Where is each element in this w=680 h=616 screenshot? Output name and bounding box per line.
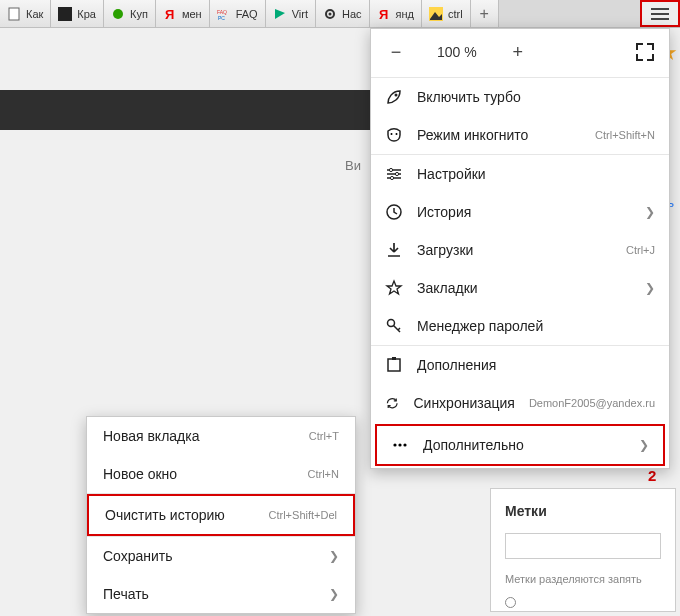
tags-card: Метки Метки разделяются запять xyxy=(490,488,676,612)
svg-point-2 xyxy=(113,9,123,19)
chevron-right-icon: ❯ xyxy=(329,549,339,563)
fullscreen-icon xyxy=(635,42,655,62)
tab-8[interactable]: ctrl xyxy=(422,0,471,27)
submenu-new-tab[interactable]: Новая вкладка Ctrl+T xyxy=(87,417,355,455)
tab-label: FAQ xyxy=(236,8,258,20)
tab-label: мен xyxy=(182,8,202,20)
chevron-right-icon: ❯ xyxy=(639,438,649,452)
tab-4[interactable]: FAQPC FAQ xyxy=(210,0,266,27)
menu-label: Дополнения xyxy=(417,357,655,373)
menu-addons[interactable]: Дополнения xyxy=(371,346,669,384)
tab-7[interactable]: Я янд xyxy=(370,0,422,27)
tab-label: Нас xyxy=(342,8,362,20)
menu-button[interactable] xyxy=(640,0,680,27)
svg-rect-0 xyxy=(9,8,19,20)
tab-label: Куп xyxy=(130,8,148,20)
sliders-icon xyxy=(385,165,403,183)
main-menu-panel: − 100 % + Включить турбо Режим инкогнито… xyxy=(370,28,670,469)
tags-input[interactable] xyxy=(505,533,661,559)
svg-rect-24 xyxy=(392,357,396,360)
menu-label: Менеджер паролей xyxy=(417,318,655,334)
menu-label: Дополнительно xyxy=(423,437,625,453)
submenu-label: Печать xyxy=(103,586,329,602)
svg-text:Я: Я xyxy=(379,7,388,21)
svg-point-25 xyxy=(393,443,396,446)
svg-text:PC: PC xyxy=(218,15,225,21)
fullscreen-button[interactable] xyxy=(635,42,655,62)
submenu-label: Сохранить xyxy=(103,548,329,564)
dots-icon xyxy=(391,436,409,454)
zoom-out-button[interactable]: − xyxy=(385,41,407,63)
menu-label: Загрузки xyxy=(417,242,612,258)
clock-icon xyxy=(385,203,403,221)
menu-more[interactable]: Дополнительно ❯ xyxy=(375,424,665,466)
menu-settings[interactable]: Настройки xyxy=(371,155,669,193)
submenu-panel: Новая вкладка Ctrl+T Новое окно Ctrl+N О… xyxy=(86,416,356,614)
star-icon xyxy=(385,279,403,297)
zoom-row: − 100 % + xyxy=(371,29,669,77)
tab-label: Virt xyxy=(292,8,308,20)
submenu-print[interactable]: Печать ❯ xyxy=(87,575,355,613)
page-fragment-vi: Ви xyxy=(345,158,361,173)
tab-2[interactable]: Куп xyxy=(104,0,156,27)
tab-5[interactable]: Virt xyxy=(266,0,316,27)
green-dot-icon xyxy=(111,7,125,21)
svg-rect-1 xyxy=(58,7,72,21)
mask-icon xyxy=(385,126,403,144)
puzzle-icon xyxy=(385,356,403,374)
tags-radio[interactable] xyxy=(505,597,661,608)
virt-icon xyxy=(273,7,287,21)
tab-1[interactable]: Кра xyxy=(51,0,104,27)
svg-text:Я: Я xyxy=(165,7,174,21)
menu-label: Режим инкогнито xyxy=(417,127,581,143)
svg-rect-23 xyxy=(388,359,400,371)
dark-icon xyxy=(58,7,72,21)
svg-point-19 xyxy=(395,172,398,175)
yandex-icon: Я xyxy=(163,7,177,21)
menu-passwords[interactable]: Менеджер паролей xyxy=(371,307,669,345)
menu-downloads[interactable]: Загрузки Ctrl+J xyxy=(371,231,669,269)
tab-0[interactable]: Как xyxy=(0,0,51,27)
menu-incognito[interactable]: Режим инкогнито Ctrl+Shift+N xyxy=(371,116,669,154)
submenu-label: Новая вкладка xyxy=(103,428,309,444)
svg-rect-14 xyxy=(651,18,669,20)
menu-sync[interactable]: Синхронизация DemonF2005@yandex.ru xyxy=(371,384,669,422)
chevron-right-icon: ❯ xyxy=(645,205,655,219)
chevron-right-icon: ❯ xyxy=(645,281,655,295)
page-icon xyxy=(7,7,21,21)
tab-strip: Как Кра Куп Я мен FAQPC FAQ Virt Нас Я я… xyxy=(0,0,680,28)
svg-point-17 xyxy=(396,133,398,135)
submenu-label: Новое окно xyxy=(103,466,308,482)
chevron-right-icon: ❯ xyxy=(329,587,339,601)
menu-turbo[interactable]: Включить турбо xyxy=(371,78,669,116)
svg-rect-12 xyxy=(651,8,669,10)
tab-3[interactable]: Я мен xyxy=(156,0,210,27)
download-icon xyxy=(385,241,403,259)
svg-point-20 xyxy=(390,176,393,179)
radio-icon xyxy=(505,597,516,608)
rocket-icon xyxy=(385,88,403,106)
submenu-label: Очистить историю xyxy=(105,507,269,523)
menu-bookmarks[interactable]: Закладки ❯ xyxy=(371,269,669,307)
svg-rect-13 xyxy=(651,13,669,15)
tags-title: Метки xyxy=(505,503,661,519)
sync-icon xyxy=(385,394,399,412)
menu-label: Включить турбо xyxy=(417,89,655,105)
tab-label: ctrl xyxy=(448,8,463,20)
submenu-new-window[interactable]: Новое окно Ctrl+N xyxy=(87,455,355,493)
menu-shortcut: Ctrl+Shift+N xyxy=(595,129,655,141)
tab-label: Кра xyxy=(77,8,96,20)
tab-6[interactable]: Нас xyxy=(316,0,370,27)
key-icon xyxy=(385,317,403,335)
svg-marker-6 xyxy=(275,9,285,19)
picture-icon xyxy=(429,7,443,21)
submenu-shortcut: Ctrl+T xyxy=(309,430,339,442)
tags-hint: Метки разделяются запять xyxy=(505,573,661,585)
tab-label: Как xyxy=(26,8,43,20)
submenu-clear-history[interactable]: Очистить историю Ctrl+Shift+Del xyxy=(87,494,355,536)
zoom-in-button[interactable]: + xyxy=(507,41,529,63)
gear-icon xyxy=(323,7,337,21)
new-tab-button[interactable]: + xyxy=(471,0,499,27)
submenu-save[interactable]: Сохранить ❯ xyxy=(87,537,355,575)
menu-history[interactable]: История ❯ xyxy=(371,193,669,231)
